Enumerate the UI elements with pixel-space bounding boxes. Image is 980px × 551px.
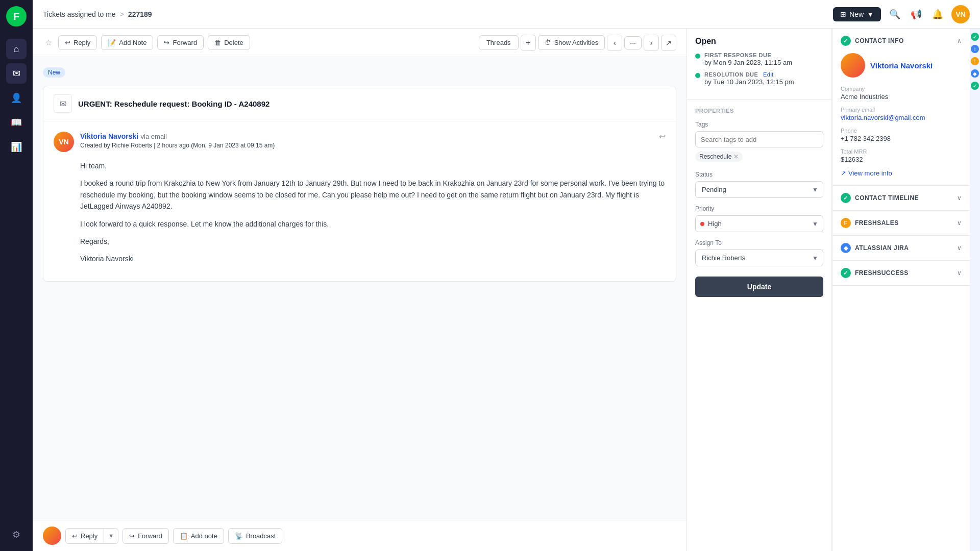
primary-email-value: viktoria.navorski@gmail.com [841, 114, 962, 121]
edge-icon-1[interactable]: ✓ [971, 33, 979, 41]
contact-timeline-title: ✓ CONTACT TIMELINE [841, 193, 919, 203]
show-activities-label: Show Activities [554, 39, 599, 46]
freshsuccess-icon: ✓ [841, 268, 851, 278]
sender-name[interactable]: Viktoria Navorski [80, 132, 138, 140]
contact-person-row: Viktoria Navorski [841, 53, 962, 78]
jira-title: ◆ ATLASSIAN JIRA [841, 243, 909, 253]
forward-action-button[interactable]: ↪ Forward [122, 528, 169, 544]
reply-toolbar: ↩ Reply ▼ ↪ Forward 📋 Add note 📡 Broadca… [33, 520, 687, 551]
add-note-button[interactable]: 📝 Add Note [101, 35, 153, 50]
star-button[interactable]: ☆ [43, 36, 54, 49]
sender-name-row: Viktoria Navorski via email [80, 132, 653, 141]
open-status-badge: Open [695, 37, 823, 46]
next-ticket-button[interactable]: › [644, 35, 659, 51]
breadcrumb: Tickets assigned to me > 227189 [43, 10, 152, 18]
main-content: Tickets assigned to me > 227189 ⊞ New ▼ … [33, 0, 980, 551]
add-note-action-label: Add note [191, 532, 217, 540]
breadcrumb-ticket-number: 227189 [128, 10, 152, 18]
contact-timeline-header[interactable]: ✓ CONTACT TIMELINE ∨ [832, 186, 970, 210]
edge-icon-5[interactable]: ✓ [971, 82, 979, 90]
email-from-row: VN Viktoria Navorski via email Created b… [54, 132, 666, 152]
delete-icon: 🗑 [214, 39, 221, 46]
first-response-dot [695, 54, 700, 59]
email-toolbar: ☆ ↩ Reply 📝 Add Note ↪ Forward 🗑 Delete [33, 29, 687, 57]
properties-section: PROPERTIES Tags Reschedule ✕ Status Pend… [687, 99, 831, 305]
email-panel: ☆ ↩ Reply 📝 Add Note ↪ Forward 🗑 Delete [33, 29, 687, 551]
edge-icon-2[interactable]: i [971, 45, 979, 53]
content-area: ☆ ↩ Reply 📝 Add Note ↪ Forward 🗑 Delete [33, 29, 980, 551]
email-sign-name: Viktoria Navorski [80, 253, 666, 264]
email-field: Primary email viktoria.navorski@gmail.co… [841, 107, 962, 121]
user-avatar[interactable]: VN [951, 5, 970, 23]
freshsales-label: FRESHSALES [855, 219, 899, 227]
first-response-value: by Mon 9 Jan 2023, 11:15 am [704, 59, 792, 66]
megaphone-button[interactable]: 📢 [909, 7, 924, 22]
timeline-label: CONTACT TIMELINE [855, 194, 919, 202]
priority-select[interactable]: High Low Medium Urgent [695, 215, 823, 232]
email-header-row: ✉ URGENT: Reschedule request: Booking ID… [43, 86, 676, 121]
broadcast-button[interactable]: 📡 Broadcast [228, 528, 283, 544]
more-options-button[interactable]: ··· [624, 36, 642, 49]
contact-info-title: ✓ CONTACT INFO [841, 36, 904, 46]
breadcrumb-tickets[interactable]: Tickets assigned to me [43, 10, 116, 18]
resolution-label: RESOLUTION DUE Edit [704, 71, 794, 78]
timeline-chevron: ∨ [957, 194, 962, 202]
email-greeting: Hi team, [80, 160, 666, 171]
reply-main-button[interactable]: ↩ Reply ▼ [65, 528, 118, 544]
sidebar-item-reports[interactable]: 📊 [6, 137, 27, 157]
reply-dropdown-arrow[interactable]: ▼ [104, 529, 118, 542]
bell-button[interactable]: 🔔 [930, 7, 945, 22]
status-select-wrapper: Pending Open Resolved ▼ [695, 181, 823, 198]
sidebar-item-settings[interactable]: ⚙ [6, 524, 27, 545]
sender-via: via email [141, 133, 167, 140]
freshsales-section: F FRESHSALES ∨ [832, 211, 970, 236]
add-note-action-button[interactable]: 📋 Add note [173, 528, 224, 544]
forward-action-icon: ↪ [129, 532, 135, 540]
sidebar-item-home[interactable]: ⌂ [6, 39, 27, 59]
jira-header[interactable]: ◆ ATLASSIAN JIRA ∨ [832, 236, 970, 260]
contact-info-section: ✓ CONTACT INFO ∧ Viktoria Navorski Compa… [832, 29, 970, 186]
expand-button[interactable]: ↗ [661, 35, 676, 51]
phone-label: Phone [841, 128, 962, 134]
email-reply-icon[interactable]: ↩ [659, 132, 666, 141]
view-more-link[interactable]: ↗ View more info [841, 169, 962, 177]
threads-button[interactable]: Threads [479, 35, 519, 50]
prev-ticket-button[interactable]: ‹ [607, 35, 622, 51]
app-logo[interactable]: F [6, 6, 27, 27]
new-label: New [849, 10, 864, 18]
jira-chevron: ∨ [957, 244, 962, 252]
jira-label: ATLASSIAN JIRA [855, 244, 909, 252]
new-button[interactable]: ⊞ New ▼ [833, 7, 881, 21]
freshsuccess-section: ✓ FRESHSUCCESS ∨ [832, 261, 970, 286]
broadcast-icon: 📡 [235, 532, 243, 540]
email-body: New ✉ URGENT: Reschedule request: Bookin… [33, 57, 687, 520]
sidebar-item-knowledge[interactable]: 📖 [6, 112, 27, 133]
threads-plus-button[interactable]: + [521, 35, 536, 51]
edge-icon-3[interactable]: ! [971, 57, 979, 65]
show-activities-button[interactable]: ⏱ Show Activities [538, 35, 605, 50]
reply-avatar [43, 527, 61, 545]
forward-button[interactable]: ↪ Forward [157, 35, 204, 50]
search-button[interactable]: 🔍 [887, 7, 902, 22]
jira-section: ◆ ATLASSIAN JIRA ∨ [832, 236, 970, 261]
sidebar-item-contacts[interactable]: 👤 [6, 88, 27, 108]
tag-reschedule-remove[interactable]: ✕ [733, 153, 739, 160]
forward-icon: ↪ [164, 39, 169, 46]
reply-btn-icon: ↩ [72, 532, 78, 540]
sidebar-item-inbox[interactable]: ✉ [6, 63, 27, 84]
tags-search-input[interactable] [701, 136, 818, 143]
status-select[interactable]: Pending Open Resolved [695, 181, 823, 198]
resolution-edit-link[interactable]: Edit [763, 71, 774, 78]
freshsales-header[interactable]: F FRESHSALES ∨ [832, 211, 970, 235]
sidebar: F ⌂ ✉ 👤 📖 📊 ⚙ [0, 0, 33, 551]
freshsuccess-label: FRESHSUCCESS [855, 269, 909, 277]
reply-button[interactable]: ↩ Reply [58, 35, 97, 50]
contact-info-header[interactable]: ✓ CONTACT INFO ∧ [832, 29, 970, 53]
freshsuccess-header[interactable]: ✓ FRESHSUCCESS ∨ [832, 261, 970, 285]
contact-name[interactable]: Viktoria Navorski [870, 61, 933, 70]
update-button[interactable]: Update [695, 277, 823, 297]
assign-to-select[interactable]: Richie Roberts [695, 249, 823, 266]
edge-icon-4[interactable]: ◆ [971, 69, 979, 78]
company-value: Acme Industries [841, 93, 962, 101]
delete-button[interactable]: 🗑 Delete [208, 35, 250, 50]
